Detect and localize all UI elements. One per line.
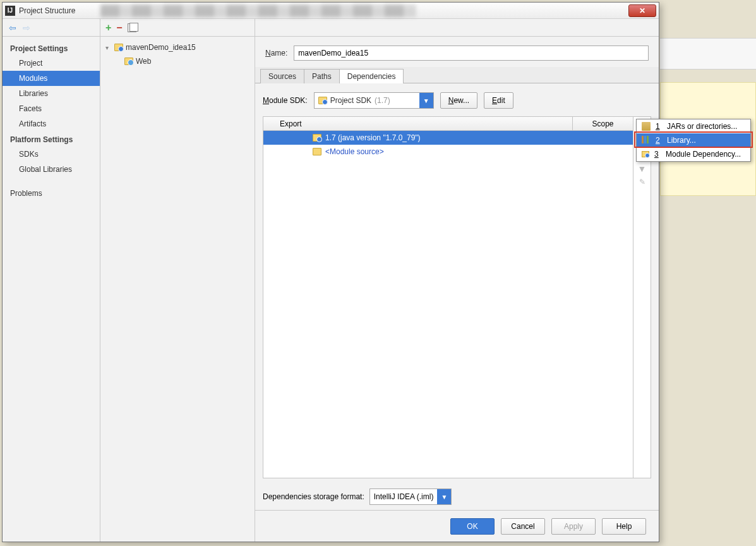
titlebar: IJ Project Structure ✕ <box>3 3 659 19</box>
edit-dependency-icon[interactable]: ✎ <box>639 178 645 186</box>
project-structure-dialog: IJ Project Structure ✕ ⇦ ⇨ Project Setti… <box>2 2 659 542</box>
popup-item-module-dep[interactable]: 3 Module Dependency... <box>637 147 750 161</box>
add-module-icon[interactable]: + <box>105 22 111 33</box>
module-label: mavenDemo_idea15 <box>126 43 196 52</box>
cancel-button[interactable]: Cancel <box>501 518 545 535</box>
dependencies-header: Export Scope <box>263 117 633 131</box>
back-icon[interactable]: ⇦ <box>9 23 16 33</box>
sidebar-item-modules[interactable]: Modules <box>3 71 100 86</box>
module-tree-panel: + − ▾ mavenDemo_idea15 Web <box>100 19 255 542</box>
sidebar-item-global-libraries[interactable]: Global Libraries <box>3 162 100 177</box>
sdk-version: (1.7) <box>375 96 390 105</box>
storage-value: IntelliJ IDEA (.iml) <box>374 492 434 501</box>
module-dep-icon <box>642 151 649 157</box>
sidebar: ⇦ ⇨ Project Settings Project Modules Lib… <box>3 19 100 542</box>
sidebar-item-artifacts[interactable]: Artifacts <box>3 116 100 131</box>
popup-label-library: Library... <box>667 136 696 145</box>
sidebar-item-project[interactable]: Project <box>3 56 100 71</box>
tab-dependencies[interactable]: Dependencies <box>339 69 404 83</box>
remove-module-icon[interactable]: − <box>116 22 122 33</box>
name-label: Name: <box>265 49 287 58</box>
popup-item-jars[interactable]: 1 JARs or directories... <box>637 119 750 133</box>
storage-format-row: Dependencies storage format: IntelliJ ID… <box>263 486 651 505</box>
dependencies-table: Export Scope 1.7 (java version "1.7.0_79… <box>263 117 633 478</box>
dependencies-tab-content: Module SDK: Project SDK (1.7) ▼ New... E… <box>255 83 659 510</box>
sdk-icon <box>318 97 327 104</box>
library-icon <box>642 136 651 145</box>
storage-format-combo[interactable]: IntelliJ IDEA (.iml) ▼ <box>369 488 452 505</box>
blurred-background-menu <box>100 4 416 17</box>
popup-label-jars: JARs or directories... <box>667 122 737 131</box>
sidebar-heading-project: Project Settings <box>3 40 100 56</box>
tabs: Sources Paths Dependencies <box>255 67 659 83</box>
popup-item-library[interactable]: 2 Library... <box>637 133 750 147</box>
sidebar-list: Project Settings Project Modules Librari… <box>3 37 100 205</box>
close-button[interactable]: ✕ <box>628 4 656 17</box>
sidebar-item-sdks[interactable]: SDKs <box>3 147 100 162</box>
ok-button[interactable]: OK <box>450 518 495 535</box>
sidebar-item-facets[interactable]: Facets <box>3 101 100 116</box>
col-scope[interactable]: Scope <box>573 117 633 130</box>
combo-dropdown-icon[interactable]: ▼ <box>419 93 433 108</box>
name-row: Name: <box>255 37 659 67</box>
dep-row-sdk[interactable]: 1.7 (java version "1.7.0_79") <box>263 131 633 145</box>
dep-sdk-text: 1.7 (java version "1.7.0_79") <box>325 133 421 142</box>
tree-toolbar: + − <box>100 19 255 37</box>
dialog-buttons: OK Cancel Apply Help <box>255 510 659 542</box>
background-toolbar-strip <box>660 38 756 70</box>
module-sdk-row: Module SDK: Project SDK (1.7) ▼ New... E… <box>263 92 651 109</box>
popup-label-module-dep: Module Dependency... <box>666 150 741 159</box>
dep-source-text: <Module source> <box>325 147 384 156</box>
help-button[interactable]: Help <box>602 518 646 535</box>
main-top-border <box>255 19 659 37</box>
module-icon <box>114 44 123 51</box>
dependencies-area: Export Scope 1.7 (java version "1.7.0_79… <box>263 116 651 478</box>
popup-num-2: 2 <box>656 136 662 145</box>
col-export[interactable]: Export <box>263 117 573 130</box>
window-title: Project Structure <box>19 6 75 15</box>
tab-paths[interactable]: Paths <box>304 69 340 83</box>
sdk-name: Project SDK <box>330 96 371 105</box>
tree-row-module[interactable]: ▾ mavenDemo_idea15 <box>103 40 252 54</box>
jars-icon <box>642 122 651 131</box>
module-tree: ▾ mavenDemo_idea15 Web <box>100 37 255 72</box>
apply-button[interactable]: Apply <box>551 518 596 535</box>
dependencies-side-toolbar: + − ▲ ▼ ✎ <box>633 117 651 478</box>
dialog-body: ⇦ ⇨ Project Settings Project Modules Lib… <box>3 19 659 542</box>
forward-icon[interactable]: ⇨ <box>23 23 30 33</box>
app-icon: IJ <box>5 6 15 16</box>
popup-num-1: 1 <box>656 122 662 131</box>
web-label: Web <box>136 57 151 66</box>
module-sdk-label: Module SDK: <box>263 96 308 105</box>
sidebar-nav: ⇦ ⇨ <box>3 19 100 37</box>
caret-icon[interactable]: ▾ <box>105 44 112 51</box>
storage-dropdown-icon[interactable]: ▼ <box>437 489 451 504</box>
sidebar-item-problems[interactable]: Problems <box>3 186 100 201</box>
move-down-icon[interactable]: ▼ <box>638 164 647 174</box>
main-panel: Name: Sources Paths Dependencies Module … <box>255 19 659 542</box>
storage-label: Dependencies storage format: <box>263 492 364 501</box>
tab-sources[interactable]: Sources <box>260 69 304 83</box>
web-facet-icon <box>124 58 133 65</box>
sidebar-heading-platform: Platform Settings <box>3 131 100 147</box>
tree-row-web[interactable]: Web <box>103 54 252 68</box>
new-sdk-button[interactable]: New... <box>440 92 477 109</box>
add-dependency-popup: 1 JARs or directories... 2 Library... 3 … <box>636 119 751 162</box>
module-name-input[interactable] <box>294 46 649 61</box>
sidebar-item-libraries[interactable]: Libraries <box>3 86 100 101</box>
source-folder-icon <box>313 148 321 155</box>
popup-num-3: 3 <box>654 150 661 159</box>
sdk-folder-icon <box>313 134 321 142</box>
copy-module-icon[interactable] <box>128 23 136 32</box>
dep-row-module-source[interactable]: <Module source> <box>263 145 633 159</box>
edit-sdk-button[interactable]: Edit <box>484 92 513 109</box>
module-sdk-combo[interactable]: Project SDK (1.7) ▼ <box>314 92 434 109</box>
